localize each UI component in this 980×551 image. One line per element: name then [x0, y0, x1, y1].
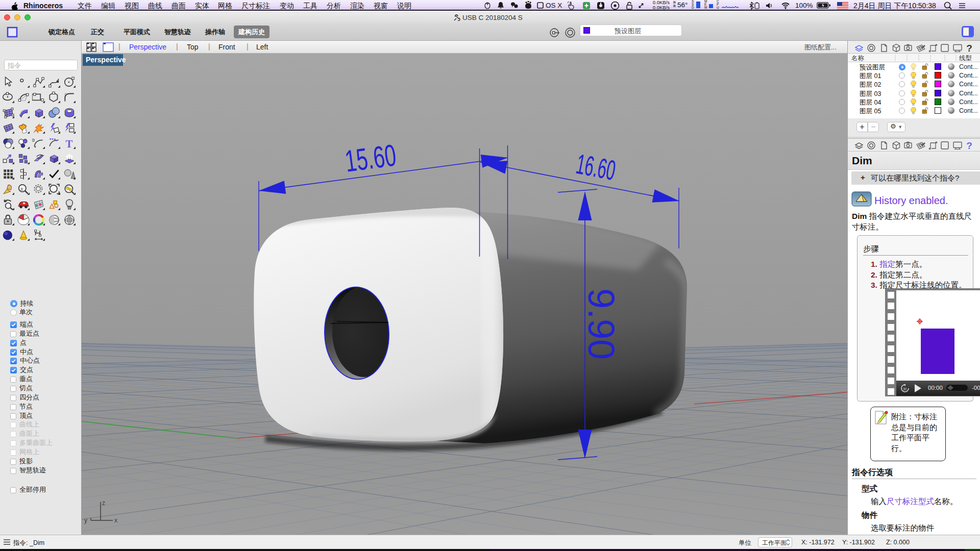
svg-text:30: 30	[903, 387, 907, 391]
svg-text:?: ?	[966, 140, 972, 151]
svg-text:T: T	[65, 138, 72, 149]
svg-text:x: x	[114, 517, 117, 524]
svg-text:15.60: 15.60	[343, 138, 398, 179]
svg-text:y: y	[84, 517, 87, 524]
svg-text:±: ±	[20, 186, 23, 191]
svg-text:z: z	[102, 499, 105, 507]
svg-text:?: ?	[966, 43, 972, 54]
svg-text:9.90: 9.90	[581, 288, 622, 360]
